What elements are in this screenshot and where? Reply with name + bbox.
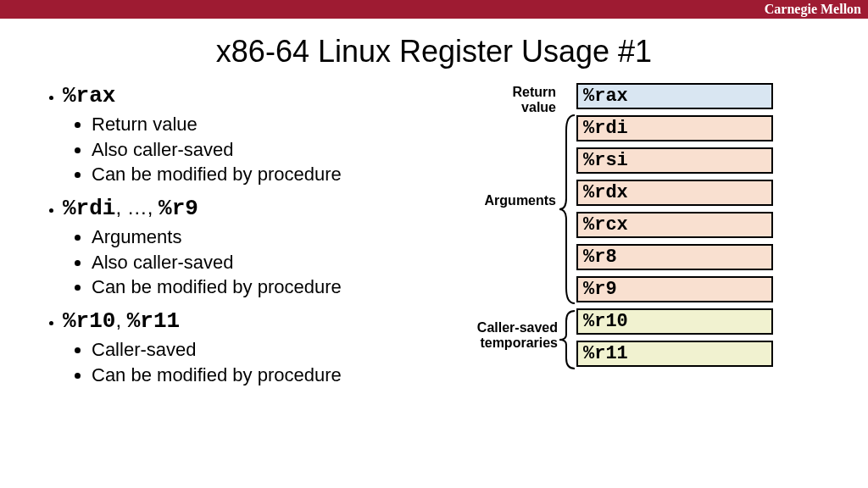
reg-box-rdx: %rdx [576,180,773,206]
bullet: Return value [92,112,432,137]
label-line: Caller-saved [477,320,558,335]
bullet: Also caller-saved [92,250,432,275]
reg-box-rcx: %rcx [576,212,773,238]
bullet: Can be modified by procedure [92,162,432,187]
label-caller-saved: Caller-saved temporaries [465,320,558,350]
label-return-value: Return value [480,85,556,114]
reg-box-rdi: %rdi [576,115,773,141]
reg-name: %rdi [63,196,115,221]
reg-name: %r10 [63,308,115,334]
sep: , [115,308,126,331]
brace-arguments-icon [559,114,576,305]
bullet: Can be modified by procedure [92,274,432,300]
group-rax: %rax Return value Also caller-saved Can … [63,83,432,187]
bullet: Also caller-saved [92,137,432,163]
label-arguments: Arguments [471,193,556,208]
bullet: Arguments [92,225,432,250]
slide-title: x86-64 Linux Register Usage #1 [0,34,868,69]
bullet: Can be modified by procedure [92,363,432,388]
reg-name: %r11 [127,308,180,334]
reg-box-r10: %r10 [576,308,773,335]
reg-box-r11: %r11 [576,341,773,367]
reg-name: %r9 [159,196,198,221]
bullet: Caller-saved [92,337,432,363]
header-bar: Carnegie Mellon [0,0,868,19]
label-line: value [521,100,556,114]
brand-wordmark: Carnegie Mellon [765,0,861,19]
register-boxes: %rax %rdi %rsi %rdx %rcx %r8 %r9 %r10 %r… [576,83,773,373]
group-r10-r11: %r10, %r11 Caller-saved Can be modified … [63,308,432,387]
reg-box-rax: %rax [576,83,773,109]
label-line: Return [512,85,556,99]
sep: , …, [115,196,159,219]
brace-callersaved-icon [559,309,576,370]
label-line: temporaries [480,336,558,350]
bullet-column: %rax Return value Also caller-saved Can … [42,83,432,396]
reg-box-r9: %r9 [576,276,773,302]
reg-box-r8: %r8 [576,244,773,270]
group-rdi-r9: %rdi, …, %r9 Arguments Also caller-saved… [63,196,432,300]
reg-box-rsi: %rsi [576,147,773,174]
reg-name: %rax [63,83,115,108]
